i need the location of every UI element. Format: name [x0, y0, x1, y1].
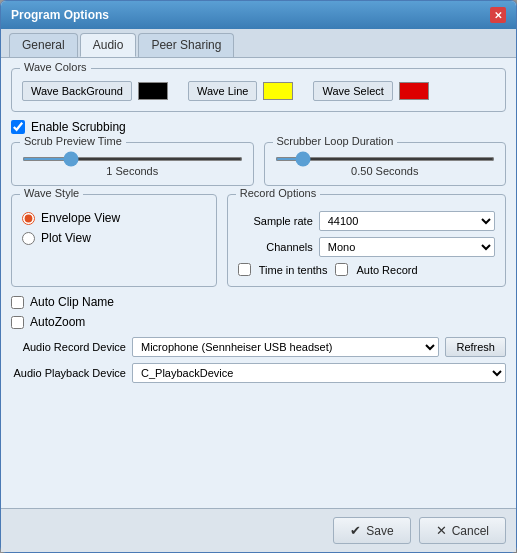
envelope-view-label: Envelope View — [41, 211, 120, 225]
wave-colors-title: Wave Colors — [20, 61, 91, 73]
wave-background-item: Wave BackGround — [22, 81, 168, 101]
wave-colors-row: Wave BackGround Wave Line Wave Select — [22, 81, 495, 101]
wave-background-button[interactable]: Wave BackGround — [22, 81, 132, 101]
scrub-preview-title: Scrub Preview Time — [20, 135, 126, 147]
wave-line-button[interactable]: Wave Line — [188, 81, 258, 101]
channels-row: Channels Mono Stereo — [238, 237, 495, 257]
wave-style-title: Wave Style — [20, 187, 83, 199]
channels-select[interactable]: Mono Stereo — [319, 237, 495, 257]
scrub-preview-slider-container: 1 Seconds — [22, 157, 243, 177]
scrub-preview-group: Scrub Preview Time 1 Seconds — [11, 142, 254, 186]
window-title: Program Options — [11, 8, 109, 22]
scrubber-loop-slider[interactable] — [275, 157, 496, 161]
tab-audio[interactable]: Audio — [80, 33, 137, 57]
plot-view-radio[interactable] — [22, 232, 35, 245]
audio-record-device-row: Audio Record Device Microphone (Sennheis… — [11, 337, 506, 357]
plot-view-label: Plot View — [41, 231, 91, 245]
sliders-row: Scrub Preview Time 1 Seconds Scrubber Lo… — [11, 142, 506, 186]
auto-record-label: Auto Record — [356, 264, 417, 276]
close-button[interactable]: ✕ — [490, 7, 506, 23]
wave-line-swatch[interactable] — [263, 82, 293, 100]
cancel-label: Cancel — [452, 524, 489, 538]
audio-playback-device-select[interactable]: C_PlaybackDevice — [132, 363, 506, 383]
save-button[interactable]: ✔ Save — [333, 517, 410, 544]
wave-line-item: Wave Line — [188, 81, 294, 101]
auto-clip-name-row: Auto Clip Name — [11, 295, 506, 309]
wave-style-radio-group: Envelope View Plot View — [22, 211, 206, 245]
wave-colors-group: Wave Colors Wave BackGround Wave Line Wa… — [11, 68, 506, 112]
channels-label: Channels — [238, 241, 313, 253]
save-icon: ✔ — [350, 523, 361, 538]
wave-select-swatch[interactable] — [399, 82, 429, 100]
tab-peer-sharing[interactable]: Peer Sharing — [138, 33, 234, 57]
record-options-title: Record Options — [236, 187, 320, 199]
wave-style-group: Wave Style Envelope View Plot View — [11, 194, 217, 287]
sample-rate-row: Sample rate 44100 22050 48000 — [238, 211, 495, 231]
autozoom-checkbox[interactable] — [11, 316, 24, 329]
auto-record-checkbox[interactable] — [335, 263, 348, 276]
program-options-window: Program Options ✕ General Audio Peer Sha… — [0, 0, 517, 553]
audio-record-device-label: Audio Record Device — [11, 341, 126, 353]
auto-clip-name-checkbox[interactable] — [11, 296, 24, 309]
tab-general[interactable]: General — [9, 33, 78, 57]
scrubber-loop-title: Scrubber Loop Duration — [273, 135, 398, 147]
device-rows: Audio Record Device Microphone (Sennheis… — [11, 337, 506, 383]
enable-scrubbing-checkbox[interactable] — [11, 120, 25, 134]
wave-select-button[interactable]: Wave Select — [313, 81, 392, 101]
record-options-group: Record Options Sample rate 44100 22050 4… — [227, 194, 506, 287]
save-label: Save — [366, 524, 393, 538]
scrub-preview-slider[interactable] — [22, 157, 243, 161]
content-area: Wave Colors Wave BackGround Wave Line Wa… — [1, 58, 516, 508]
bottom-row: Wave Style Envelope View Plot View Recor… — [11, 194, 506, 287]
wave-background-swatch[interactable] — [138, 82, 168, 100]
cancel-icon: ✕ — [436, 523, 447, 538]
envelope-view-radio[interactable] — [22, 212, 35, 225]
sample-rate-label: Sample rate — [238, 215, 313, 227]
audio-record-device-select[interactable]: Microphone (Sennheiser USB headset) — [132, 337, 439, 357]
sample-rate-select[interactable]: 44100 22050 48000 — [319, 211, 495, 231]
scrubber-loop-value: 0.50 Seconds — [351, 165, 418, 177]
standalone-options: Auto Clip Name AutoZoom — [11, 295, 506, 329]
record-grid: Sample rate 44100 22050 48000 Channels M… — [238, 211, 495, 276]
scrubber-loop-slider-container: 0.50 Seconds — [275, 157, 496, 177]
footer: ✔ Save ✕ Cancel — [1, 508, 516, 552]
time-in-tenths-label: Time in tenths — [259, 264, 328, 276]
scrub-preview-value: 1 Seconds — [106, 165, 158, 177]
envelope-view-item[interactable]: Envelope View — [22, 211, 206, 225]
auto-clip-name-label: Auto Clip Name — [30, 295, 114, 309]
record-checkboxes-row: Time in tenths Auto Record — [238, 263, 495, 276]
tab-bar: General Audio Peer Sharing — [1, 29, 516, 58]
audio-playback-device-label: Audio Playback Device — [11, 367, 126, 379]
time-in-tenths-checkbox[interactable] — [238, 263, 251, 276]
plot-view-item[interactable]: Plot View — [22, 231, 206, 245]
refresh-button[interactable]: Refresh — [445, 337, 506, 357]
cancel-button[interactable]: ✕ Cancel — [419, 517, 506, 544]
autozoom-label: AutoZoom — [30, 315, 85, 329]
scrubber-loop-group: Scrubber Loop Duration 0.50 Seconds — [264, 142, 507, 186]
audio-playback-device-row: Audio Playback Device C_PlaybackDevice — [11, 363, 506, 383]
enable-scrubbing-row: Enable Scrubbing — [11, 120, 506, 134]
autozoom-row: AutoZoom — [11, 315, 506, 329]
enable-scrubbing-label: Enable Scrubbing — [31, 120, 126, 134]
titlebar: Program Options ✕ — [1, 1, 516, 29]
wave-select-item: Wave Select — [313, 81, 428, 101]
